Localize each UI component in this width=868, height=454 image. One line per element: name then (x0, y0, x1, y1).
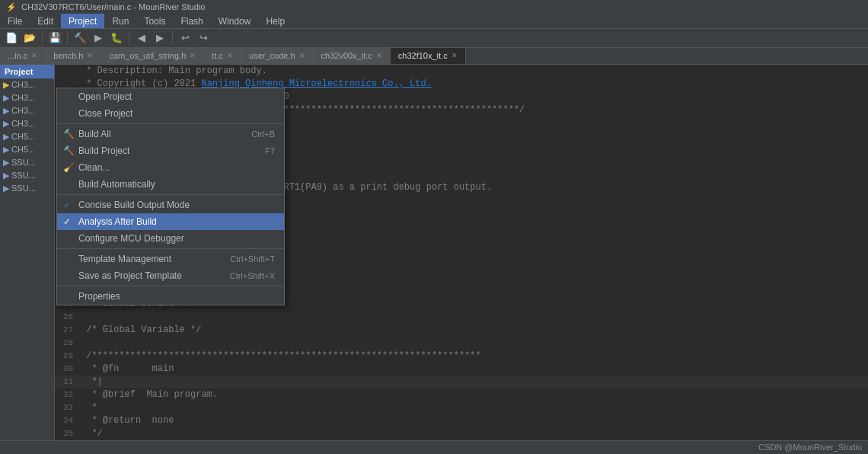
menu-run[interactable]: Run (104, 14, 136, 28)
tab-close-bench-h[interactable]: ✕ (87, 52, 93, 59)
toolbar-sep-4 (172, 31, 173, 45)
chip-icon: ▶ (3, 145, 9, 155)
open-project-label: Open Project (78, 91, 132, 102)
code-line: * Description: Main program body. (55, 65, 868, 78)
code-line: 30 * @fn main (55, 363, 868, 376)
build-all-label: Build All (78, 129, 111, 139)
folder-icon: ▶ (3, 80, 9, 90)
build-project-shortcut: F7 (265, 146, 275, 155)
tab-main-c[interactable]: ...in.c ✕ (0, 48, 46, 64)
chip-icon: ▶ (3, 184, 9, 193)
concise-check-icon: ✓ (63, 200, 71, 210)
code-line: 27 /* Global Variable */ (55, 324, 868, 337)
sidebar-item-ch3-4[interactable]: ▶ CH3... (0, 117, 54, 130)
tab-ch32v00x-it-c[interactable]: ch32v00x_it.c ✕ (314, 48, 391, 64)
dropdown-sep-2 (57, 194, 284, 195)
menu-build-all[interactable]: 🔨 Build All Ctrl+B (57, 126, 284, 142)
build-all-shortcut: Ctrl+B (251, 129, 275, 139)
toolbar-redo[interactable]: ↪ (195, 30, 212, 46)
toolbar-debug[interactable]: 🐛 (108, 30, 125, 46)
sidebar-item-ch5-1[interactable]: ▶ CH5... (0, 130, 54, 143)
tabs-bar: ...in.c ✕ bench.h ✕ cam_os_util_string.h… (0, 48, 868, 65)
menu-clean[interactable]: 🧹 Clean... (57, 159, 284, 176)
toolbar-run[interactable]: ▶ (90, 30, 107, 46)
template-management-label: Template Management (78, 254, 171, 264)
sidebar-item-ch3-3[interactable]: ▶ CH3... (0, 104, 54, 117)
menu-window[interactable]: Window (211, 14, 259, 28)
analysis-check-icon: ✓ (63, 216, 71, 227)
menu-close-project[interactable]: Close Project (57, 105, 284, 122)
toolbar-build[interactable]: 🔨 (72, 30, 88, 46)
build-project-label: Build Project (78, 145, 129, 156)
menu-configure-mcu-debugger[interactable]: Configure MCU Debugger (57, 230, 284, 247)
menu-properties[interactable]: Properties (57, 288, 284, 305)
code-line: 28 (55, 337, 868, 350)
clean-icon: 🧹 (63, 162, 74, 173)
status-bar: CSDN @MounRiver_Studio (0, 440, 868, 454)
tab-close-cam-os[interactable]: ✕ (190, 52, 196, 59)
chip-icon: ▶ (3, 119, 9, 129)
sidebar-item-ssu-1[interactable]: ▶ SSU... (0, 156, 54, 169)
tab-close-ch32v00x-it-c[interactable]: ✕ (376, 52, 382, 59)
tab-close-user-code-h[interactable]: ✕ (299, 52, 305, 59)
toolbar-back[interactable]: ◀ (133, 30, 150, 46)
code-line: 35 */ (55, 427, 868, 440)
chip-icon: ▶ (3, 106, 9, 116)
toolbar: 📄 📂 💾 🔨 ▶ 🐛 ◀ ▶ ↩ ↪ (0, 29, 868, 48)
sidebar-item-ch3-2[interactable]: ▶ CH3... (0, 91, 54, 104)
properties-label: Properties (78, 291, 120, 302)
menu-edit[interactable]: Edit (30, 14, 61, 28)
configure-mcu-debugger-label: Configure MCU Debugger (78, 233, 184, 244)
menu-help[interactable]: Help (258, 14, 292, 28)
toolbar-undo[interactable]: ↩ (177, 30, 193, 46)
code-line: 33 * (55, 401, 868, 414)
code-line: 26 (55, 311, 868, 324)
concise-build-output-label: Concise Build Output Mode (78, 200, 190, 210)
menu-concise-build-output[interactable]: ✓ Concise Build Output Mode (57, 197, 284, 213)
build-project-icon: 🔨 (63, 145, 74, 156)
close-project-label: Close Project (78, 108, 132, 119)
menu-template-management[interactable]: Template Management Ctrl+Shift+T (57, 251, 284, 267)
project-dropdown-menu[interactable]: Open Project Close Project 🔨 Build All C… (56, 88, 285, 305)
toolbar-sep-2 (67, 31, 68, 45)
tab-close-main-c[interactable]: ✕ (31, 52, 37, 59)
tab-close-tt-c[interactable]: ✕ (227, 52, 233, 59)
save-as-project-template-label: Save as Project Template (78, 270, 182, 281)
menu-build-project[interactable]: 🔨 Build Project F7 (57, 142, 284, 159)
tab-user-code-h[interactable]: user_code.h ✕ (241, 48, 314, 64)
tab-cam-os-util-string-h[interactable]: cam_os_util_string.h ✕ (101, 48, 204, 64)
toolbar-sep-3 (129, 31, 129, 45)
toolbar-open[interactable]: 📂 (21, 30, 38, 46)
sidebar-item-ch5-2[interactable]: ▶ CH5... (0, 143, 54, 156)
menu-bar: File Edit Project Run Tools Flash Window… (0, 14, 868, 29)
menu-project[interactable]: Project (61, 14, 104, 28)
sidebar-item-ssu-2[interactable]: ▶ SSU... (0, 169, 54, 182)
app-icon: ⚡ (6, 2, 17, 12)
tab-ch32f10x-it-c[interactable]: ch32f10x_it.c ✕ (391, 48, 466, 64)
menu-save-as-project-template[interactable]: Save as Project Template Ctrl+Shift+X (57, 267, 284, 284)
title-text: CH32V307RCT6/User/main.c - MounRiver Stu… (21, 2, 205, 11)
status-text: CSDN @MounRiver_Studio (758, 443, 862, 452)
menu-tools[interactable]: Tools (136, 14, 173, 28)
build-automatically-label: Build Automatically (78, 179, 155, 190)
code-line: 32 * @brief Main program. (55, 388, 868, 401)
toolbar-sep-1 (42, 31, 43, 45)
sidebar-header: Project (0, 65, 54, 78)
menu-file[interactable]: File (0, 14, 30, 28)
sidebar-item-ch3-1[interactable]: ▶ CH3... (0, 78, 54, 91)
code-line-cursor: 31 *| (55, 376, 868, 388)
toolbar-save[interactable]: 💾 (46, 30, 63, 46)
menu-flash[interactable]: Flash (173, 14, 210, 28)
sidebar-item-ssu-3[interactable]: ▶ SSU... (0, 182, 54, 195)
save-as-project-template-shortcut: Ctrl+Shift+X (230, 271, 275, 280)
menu-build-automatically[interactable]: Build Automatically (57, 176, 284, 193)
menu-open-project[interactable]: Open Project (57, 88, 284, 105)
toolbar-new[interactable]: 📄 (3, 30, 20, 46)
chip-icon: ▶ (3, 158, 9, 168)
code-line: 34 * @return none (55, 414, 868, 427)
tab-bench-h[interactable]: bench.h ✕ (46, 48, 101, 64)
toolbar-forward[interactable]: ▶ (152, 30, 168, 46)
tab-tt-c[interactable]: tt.c ✕ (204, 48, 241, 64)
tab-close-ch32f10x-it-c[interactable]: ✕ (452, 52, 458, 59)
menu-analysis-after-build[interactable]: ✓ Analysis After Build (57, 213, 284, 230)
